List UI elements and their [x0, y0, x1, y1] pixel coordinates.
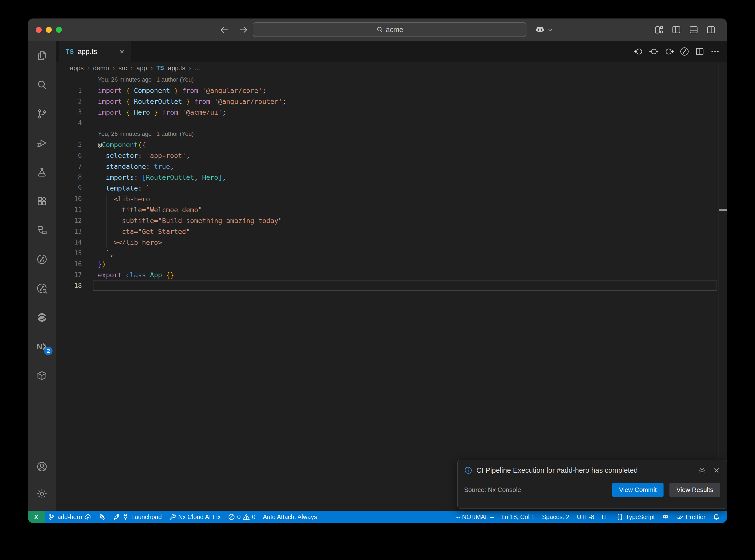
toggle-secondary-sidebar-icon[interactable]	[706, 25, 716, 35]
customize-layout-icon[interactable]	[654, 25, 664, 35]
code-line[interactable]: 4	[56, 118, 727, 128]
nav-line-icon[interactable]	[649, 46, 659, 57]
prettier-status[interactable]: Prettier	[673, 511, 709, 523]
line-number[interactable]: 1	[56, 87, 98, 94]
code-line[interactable]: 14 ></lib-hero>	[56, 237, 727, 248]
line-number[interactable]: 11	[56, 206, 98, 214]
account-activity-item[interactable]	[28, 453, 56, 480]
command-center-search[interactable]: acme	[253, 22, 526, 37]
code-line[interactable]: 11 title="Welcmoe demo"	[56, 204, 727, 215]
toggle-primary-sidebar-icon[interactable]	[671, 25, 681, 35]
more-actions-icon[interactable]	[710, 46, 720, 57]
nav-forward-icon[interactable]	[664, 46, 674, 57]
breadcrumb-separator: ›	[151, 65, 153, 72]
editor-scrollbar[interactable]	[718, 62, 727, 511]
code-line[interactable]: 9 template: `	[56, 183, 727, 194]
code-line[interactable]: 13 cta="Get Started"	[56, 226, 727, 237]
breadcrumb-tail[interactable]: ...	[195, 64, 200, 72]
vim-mode-status[interactable]: -- NORMAL --	[453, 511, 498, 523]
remote-indicator[interactable]	[28, 511, 45, 523]
forward-arrow-icon[interactable]	[238, 25, 249, 35]
line-number[interactable]: 9	[56, 184, 98, 192]
code-editor[interactable]: You, 26 minutes ago | 1 author (You)1imp…	[56, 74, 727, 511]
nx-console-activity-item[interactable]: N2	[28, 332, 56, 361]
line-number[interactable]: 3	[56, 108, 98, 116]
view-commit-button[interactable]: View Commit	[612, 483, 664, 497]
code-line[interactable]: 15 `,	[56, 248, 727, 259]
line-number[interactable]: 4	[56, 119, 98, 127]
breadcrumb-item[interactable]: app	[136, 64, 147, 72]
code-line[interactable]: 10 <lib-hero	[56, 194, 727, 204]
line-number[interactable]: 5	[56, 141, 98, 148]
launchpad-status[interactable]: Launchpad	[109, 511, 165, 523]
line-number[interactable]: 14	[56, 239, 98, 246]
nx-run-icon[interactable]	[679, 46, 690, 57]
nx-cloud-ai-fix-status[interactable]: Nx Cloud AI Fix	[165, 511, 224, 523]
code-line[interactable]: 3import { Hero } from '@acme/ui';	[56, 107, 727, 118]
minimize-window-button[interactable]	[46, 27, 52, 33]
settings-gear-activity-item[interactable]	[28, 480, 56, 507]
edge-tools-activity-item[interactable]	[28, 303, 56, 332]
line-number[interactable]: 13	[56, 228, 98, 235]
close-tab-icon[interactable]: ×	[120, 47, 124, 56]
status-text: UTF-8	[577, 514, 594, 521]
line-number[interactable]: 18	[56, 282, 98, 289]
breadcrumb-item[interactable]: apps	[70, 64, 84, 72]
close-window-button[interactable]	[36, 27, 42, 33]
cursor-position-status[interactable]: Ln 18, Col 1	[498, 511, 538, 523]
copilot-status[interactable]	[658, 511, 673, 523]
split-editor-icon[interactable]	[695, 46, 705, 57]
run-debug-activity-item[interactable]	[28, 128, 56, 158]
encoding-status[interactable]: UTF-8	[573, 511, 598, 523]
breadcrumb-file[interactable]: app.ts	[168, 64, 185, 72]
code-line[interactable]: 5@Component({	[56, 139, 727, 150]
git-branch-status[interactable]: add-hero	[45, 511, 95, 523]
line-number[interactable]: 10	[56, 195, 98, 203]
eol-status[interactable]: LF	[598, 511, 613, 523]
code-line[interactable]: 16})	[56, 259, 727, 269]
code-line[interactable]: 2import { RouterOutlet } from '@angular/…	[56, 96, 727, 107]
hierarchy-activity-item[interactable]	[28, 216, 56, 245]
code-line[interactable]: 6 selector: 'app-root',	[56, 150, 727, 161]
line-number[interactable]: 12	[56, 217, 98, 224]
line-number[interactable]: 15	[56, 249, 98, 257]
indentation-status[interactable]: Spaces: 2	[538, 511, 573, 523]
source-control-activity-item[interactable]	[28, 99, 56, 128]
notification-close-icon[interactable]	[713, 466, 720, 474]
extensions-activity-item[interactable]	[28, 186, 56, 216]
nx-graph-activity-item[interactable]	[28, 245, 56, 274]
testing-activity-item[interactable]	[28, 158, 56, 186]
search-activity-item[interactable]	[28, 70, 56, 99]
line-number[interactable]: 2	[56, 98, 98, 105]
code-line[interactable]: 7 standalone: true,	[56, 161, 727, 172]
notifications-bell[interactable]	[709, 511, 723, 523]
code-line[interactable]: 8 imports: [RouterOutlet, Hero],	[56, 172, 727, 183]
back-arrow-icon[interactable]	[219, 25, 229, 35]
problems-status[interactable]: 00	[224, 511, 259, 523]
code-line[interactable]: 17export class App {}	[56, 269, 727, 280]
code-text: template: `	[98, 184, 150, 192]
git-compare-status[interactable]	[95, 511, 109, 523]
nav-back-icon[interactable]	[634, 46, 643, 57]
auto-attach-status[interactable]: Auto Attach: Always	[259, 511, 321, 523]
code-line[interactable]: 12 subtitle="Build something amazing tod…	[56, 215, 727, 226]
view-results-button[interactable]: View Results	[670, 483, 720, 497]
code-line[interactable]: 18	[56, 280, 727, 291]
language-status[interactable]: {}TypeScript	[613, 511, 658, 523]
zoom-window-button[interactable]	[56, 27, 62, 33]
notification-settings-icon[interactable]	[698, 466, 706, 474]
line-number[interactable]: 8	[56, 174, 98, 181]
breadcrumb-item[interactable]: demo	[93, 64, 109, 72]
line-number[interactable]: 16	[56, 260, 98, 268]
nx-graph-search-activity-item[interactable]	[28, 274, 56, 303]
line-number[interactable]: 7	[56, 163, 98, 170]
code-line[interactable]: 1import { Component } from '@angular/cor…	[56, 85, 727, 96]
tab-app-ts[interactable]: TS app.ts ×	[59, 41, 131, 62]
line-number[interactable]: 6	[56, 152, 98, 159]
breadcrumb-item[interactable]: src	[118, 64, 127, 72]
package-activity-item[interactable]	[28, 361, 56, 390]
line-number[interactable]: 17	[56, 271, 98, 279]
explorer-activity-item[interactable]	[28, 41, 56, 70]
copilot-menu[interactable]	[535, 19, 553, 41]
toggle-panel-icon[interactable]	[689, 25, 699, 35]
